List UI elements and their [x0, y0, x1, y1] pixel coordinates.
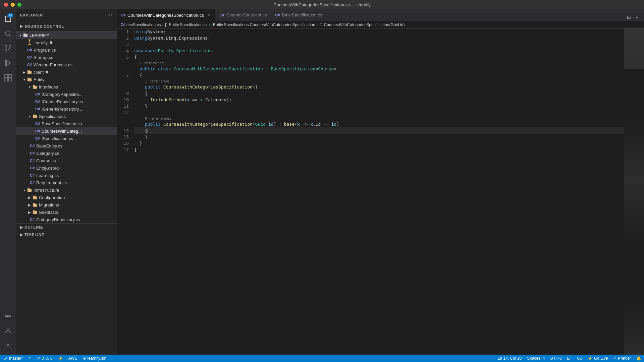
- timeline-header[interactable]: ▶ TIMELINE: [16, 231, 117, 238]
- window-controls[interactable]: [4, 3, 21, 7]
- code-editor[interactable]: using System; using System.Linq.Expressi…: [134, 28, 624, 355]
- svg-point-3: [5, 49, 7, 51]
- infra-folder-icon: [27, 187, 32, 193]
- sidebar-bottom: ▶ OUTLINE ▶ TIMELINE: [16, 223, 117, 238]
- folder-interfaces[interactable]: ▾ Interfaces: [16, 83, 117, 90]
- line-ending-indicator[interactable]: LF: [565, 355, 575, 362]
- breadcrumb-file[interactable]: C# riesSpecification.cs: [121, 22, 161, 27]
- migrations-arrow: ▶: [27, 202, 32, 207]
- file-ispec[interactable]: C# ISpecification.cs: [16, 135, 117, 142]
- outline-header[interactable]: ▶ OUTLINE: [16, 224, 117, 231]
- explorer-menu-icon[interactable]: ···: [107, 12, 113, 18]
- file-course[interactable]: C# Course.cs: [16, 157, 117, 164]
- folder-client[interactable]: ▶ client: [16, 68, 117, 76]
- timeline-arrow: ▶: [20, 233, 23, 237]
- folder-migrations[interactable]: ▶ Migrations: [16, 201, 117, 208]
- aws-status[interactable]: AWS: [66, 355, 80, 362]
- tab-close-1[interactable]: ✕: [206, 12, 211, 18]
- cs-icon-requirement: C#: [30, 180, 35, 185]
- svg-point-0: [5, 31, 10, 36]
- file-requirement[interactable]: C# Requirement.cs: [16, 179, 117, 186]
- folder-entity[interactable]: ▾ Entity: [16, 76, 117, 83]
- warning-icon: ⚠: [45, 356, 49, 361]
- file-learning[interactable]: C# Learning.cs: [16, 172, 117, 179]
- search-activity-icon[interactable]: [1, 27, 15, 40]
- tab-label-1: CoursesWithCategoriesSpecification.cs: [127, 13, 204, 18]
- source-control-header[interactable]: ▶ SOURCE CONTROL: [16, 23, 117, 30]
- tab-cs-icon-1: C#: [121, 13, 125, 17]
- folder-seeddata[interactable]: ▶ SeedData: [16, 208, 117, 216]
- maximize-button[interactable]: [17, 3, 21, 7]
- file-weather-cs[interactable]: C# WeatherForecast.cs: [16, 61, 117, 68]
- file-courses-with-categ[interactable]: C# CoursesWithCateg...: [16, 127, 117, 135]
- prettier-button[interactable]: ✓ Prettier: [610, 355, 634, 362]
- source-control-activity-icon[interactable]: [1, 42, 15, 55]
- svg-point-10: [7, 328, 9, 330]
- tab-base-spec[interactable]: C# BaseSpecification.cs: [271, 9, 326, 21]
- file-igeneric-repo[interactable]: C# IGenericRepository...: [16, 105, 117, 113]
- file-category-repo[interactable]: C# CategoryRepository.cs: [16, 216, 117, 223]
- close-button[interactable]: [4, 3, 8, 7]
- file-startup-cs[interactable]: C# Startup.cs: [16, 54, 117, 61]
- run-debug-activity-icon[interactable]: [1, 56, 15, 70]
- svg-point-1: [5, 45, 7, 47]
- go-live-button[interactable]: ⚡ Go Live: [585, 355, 610, 362]
- cs-icon-course: C#: [30, 158, 35, 163]
- errors-indicator[interactable]: ✕ 0 ⚠ 0: [34, 355, 55, 362]
- encoding-indicator[interactable]: UTF-8: [548, 355, 565, 362]
- sync-icon: ↻: [28, 356, 32, 361]
- outline-arrow: ▶: [20, 225, 23, 230]
- folder-specifications[interactable]: ▾ Specifications: [16, 113, 117, 120]
- minimize-button[interactable]: [11, 3, 15, 7]
- config-folder-icon: [32, 195, 38, 200]
- status-bar: ⎇ master* ↻ ✕ 0 ⚠ 0 ⚡ AWS ⊙ learnify.sln…: [0, 355, 644, 362]
- folder-configuration[interactable]: ▶ Configuration: [16, 194, 117, 201]
- account-activity-icon[interactable]: [1, 324, 15, 337]
- settings-activity-icon[interactable]: [1, 339, 15, 352]
- sync-button[interactable]: ↻: [25, 355, 34, 362]
- cs-icon-baseentity: C#: [30, 143, 35, 148]
- language-indicator[interactable]: C#: [575, 355, 585, 362]
- explorer-header[interactable]: EXPLORER ···: [16, 9, 117, 21]
- cs-file-icon-startup: C#: [27, 55, 32, 60]
- tab-courses-controller[interactable]: C# CoursesController.cs: [216, 9, 271, 21]
- more-actions-button[interactable]: ···: [634, 13, 641, 21]
- split-editor-button[interactable]: ⊡: [625, 13, 633, 21]
- file-learnify-db[interactable]: 🗄 learnify.db: [16, 39, 117, 46]
- file-baseentity[interactable]: C# BaseEntity.cs: [16, 142, 117, 149]
- breadcrumb-class-icon: ◇: [209, 22, 212, 27]
- editor-body[interactable]: 1 2 3 4 5 7 9 10 11 12 14 15 16 17: [117, 28, 644, 355]
- tabs-bar: C# CoursesWithCategoriesSpecification.cs…: [117, 9, 644, 21]
- root-folder[interactable]: ▾ LEARNIFY: [16, 32, 117, 39]
- solution-item[interactable]: ⊙ learnify.sln: [80, 355, 109, 362]
- svg-rect-7: [8, 74, 11, 77]
- root-arrow: ▾: [17, 33, 23, 38]
- file-entity-csproj[interactable]: C# Entity.csproj: [16, 164, 117, 172]
- extensions-activity-icon[interactable]: [1, 71, 15, 84]
- remote-icon[interactable]: ⚡: [55, 355, 66, 362]
- position-indicator[interactable]: Ln 14, Col 10: [495, 355, 524, 362]
- code-line-13: public CoursesWithCategoriesSpecificatio…: [134, 121, 624, 127]
- tab-courses-spec[interactable]: C# CoursesWithCategoriesSpecification.cs…: [117, 9, 216, 21]
- notifications-icon[interactable]: 🔔: [634, 355, 644, 362]
- aws-activity-icon[interactable]: aws: [1, 309, 15, 322]
- file-program-cs[interactable]: C# Program.cs: [16, 46, 117, 54]
- code-line-2: using System.Linq.Expressions;: [134, 35, 624, 41]
- file-base-spec[interactable]: C# BaseSpecification.cs: [16, 120, 117, 127]
- explorer-activity-icon[interactable]: 19: [1, 12, 15, 25]
- breadcrumb-method[interactable]: ⊙ CoursesWithCategoriesSpecification(Gui…: [319, 22, 405, 27]
- breadcrumb-ns[interactable]: {} Entity.Specifications: [165, 22, 205, 27]
- breadcrumb-class[interactable]: ◇ Entity.Specifications.CoursesWithCateg…: [209, 22, 315, 27]
- breadcrumb-cs-icon: C#: [121, 23, 125, 26]
- branch-indicator[interactable]: ⎇ master*: [0, 355, 25, 362]
- folder-infrastructure[interactable]: ▾ Infrastructure: [16, 186, 117, 194]
- file-icourse-repo[interactable]: C# ICourseRepository.cs: [16, 98, 117, 105]
- file-icategory-repo[interactable]: C# ICategoryRepositor...: [16, 90, 117, 98]
- file-category[interactable]: C# Category.cs: [16, 149, 117, 157]
- breadcrumb-ns-icon: {}: [165, 22, 168, 27]
- hint-line-13: 0 references: [134, 116, 624, 121]
- tab-cs-icon-3: C#: [275, 13, 280, 17]
- specs-arrow: ▾: [27, 114, 32, 119]
- spaces-indicator[interactable]: Spaces: 4: [524, 355, 547, 362]
- timeline-label: TIMELINE: [24, 233, 44, 237]
